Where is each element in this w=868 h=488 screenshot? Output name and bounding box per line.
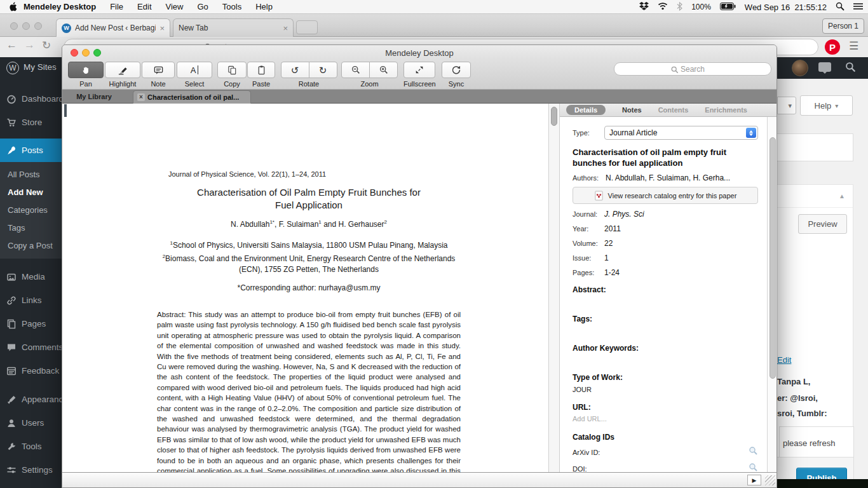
- pinterest-extension-icon[interactable]: P: [825, 39, 840, 55]
- browser-menu-icon[interactable]: ☰: [849, 39, 858, 53]
- rotate-left-button[interactable]: ↺: [281, 62, 309, 78]
- zoom-in-button[interactable]: [369, 62, 398, 78]
- publish-metabox-header[interactable]: ▲: [777, 185, 853, 208]
- new-tab-button[interactable]: [296, 20, 318, 34]
- select-button[interactable]: A: [177, 62, 212, 78]
- notification-center-icon[interactable]: [853, 3, 863, 12]
- arxiv-lookup-icon[interactable]: [749, 446, 758, 458]
- menubar-clock[interactable]: Wed Sep 16 21:55:12: [745, 3, 827, 12]
- show-panel-button[interactable]: ▶: [747, 475, 761, 485]
- collapse-icon[interactable]: ▲: [839, 193, 845, 200]
- scrollbar-thumb[interactable]: [551, 107, 557, 126]
- arxiv-label[interactable]: ArXiv ID:: [573, 449, 600, 456]
- sidebar-item-posts[interactable]: Posts: [0, 139, 62, 162]
- pages-value[interactable]: 1-24: [604, 268, 620, 277]
- sidebar-item-dashboard[interactable]: Dashboard: [0, 87, 62, 111]
- preview-button[interactable]: Preview: [798, 214, 847, 234]
- tab-my-library[interactable]: My Library: [67, 90, 121, 104]
- tab-document[interactable]: × Characterisation of oil pal...: [133, 90, 251, 104]
- wordpress-logo-icon[interactable]: W: [6, 62, 19, 74]
- volume-value[interactable]: 22: [604, 239, 613, 248]
- wp-search-icon[interactable]: [845, 62, 856, 75]
- battery-icon[interactable]: [720, 3, 736, 12]
- submenu-copy-a-post[interactable]: Copy a Post: [0, 236, 62, 254]
- details-scrollbar[interactable]: [767, 117, 777, 473]
- fullscreen-button[interactable]: [403, 62, 435, 78]
- sidebar-item-feedback[interactable]: Feedback: [0, 359, 62, 383]
- tags-label[interactable]: Tags:: [573, 315, 758, 323]
- sidebar-item-settings[interactable]: Settings: [0, 458, 62, 482]
- sidebar-item-media[interactable]: Media: [0, 265, 62, 288]
- submenu-all-posts[interactable]: All Posts: [0, 165, 62, 183]
- tab-close-icon[interactable]: ×: [137, 93, 145, 101]
- url-placeholder[interactable]: Add URL...: [573, 415, 758, 423]
- tab-close-icon[interactable]: ×: [283, 24, 288, 33]
- scrollbar-thumb[interactable]: [770, 137, 776, 379]
- tab-notes[interactable]: Notes: [622, 106, 642, 114]
- mendeley-titlebar[interactable]: Mendeley Desktop: [62, 45, 776, 60]
- browser-zoom-button[interactable]: [34, 22, 42, 30]
- back-icon[interactable]: ←: [6, 39, 17, 51]
- pan-button[interactable]: [68, 62, 104, 78]
- view-catalog-button[interactable]: View research catalog entry for this pap…: [573, 187, 758, 204]
- sync-button[interactable]: [442, 62, 471, 78]
- editor-dropdown-fragment[interactable]: ▾: [777, 97, 796, 114]
- spotlight-icon[interactable]: [836, 2, 844, 13]
- browser-close-button[interactable]: [10, 22, 18, 30]
- sidebar-item-users[interactable]: Users: [0, 411, 62, 435]
- menu-help[interactable]: Help: [255, 2, 273, 11]
- avatar[interactable]: [792, 60, 808, 76]
- menu-tools[interactable]: Tools: [222, 2, 241, 11]
- window-minimize-button[interactable]: [82, 49, 90, 57]
- sidebar-item-comments[interactable]: Comments: [0, 336, 62, 359]
- forward-icon[interactable]: →: [24, 39, 35, 51]
- menu-edit[interactable]: Edit: [137, 2, 151, 11]
- menu-go[interactable]: Go: [197, 2, 208, 11]
- menu-view[interactable]: View: [166, 2, 184, 11]
- sidebar-item-store[interactable]: Store: [0, 111, 62, 134]
- edit-link[interactable]: Edit: [777, 355, 791, 365]
- tab-contents[interactable]: Contents: [658, 106, 689, 114]
- notifications-bubble-icon[interactable]: [818, 62, 831, 72]
- wifi-icon[interactable]: [658, 2, 668, 12]
- paste-button[interactable]: [247, 62, 275, 78]
- sidebar-item-links[interactable]: Links: [0, 288, 62, 312]
- resize-grip[interactable]: [765, 475, 775, 485]
- submenu-categories[interactable]: Categories: [0, 201, 62, 219]
- sidebar-item-appearance[interactable]: Appearance: [0, 388, 62, 411]
- bluetooth-icon[interactable]: [677, 2, 682, 13]
- note-button[interactable]: [142, 62, 175, 78]
- browser-tab-newtab[interactable]: New Tab ×: [173, 18, 294, 37]
- zoom-out-button[interactable]: [341, 62, 370, 78]
- tab-details[interactable]: Details: [566, 105, 606, 115]
- browser-tab-wordpress[interactable]: W Add New Post ‹ Berbagi Tak ×: [56, 18, 170, 37]
- help-button[interactable]: Help ▾: [800, 95, 853, 116]
- copy-button[interactable]: [217, 62, 247, 78]
- keywords-label[interactable]: Author Keywords:: [573, 344, 758, 353]
- search-input[interactable]: [614, 62, 771, 76]
- year-value[interactable]: 2011: [604, 224, 621, 233]
- doi-label[interactable]: DOI:: [573, 465, 587, 473]
- browser-minimize-button[interactable]: [22, 22, 30, 30]
- dropbox-icon[interactable]: [639, 2, 649, 13]
- submenu-add-new[interactable]: Add New: [0, 183, 62, 201]
- wp-my-sites[interactable]: My Sites: [24, 62, 57, 72]
- pdf-scrollbar[interactable]: [548, 104, 560, 473]
- apple-icon[interactable]: [9, 2, 17, 11]
- tab-close-icon[interactable]: ×: [159, 24, 165, 33]
- reload-icon[interactable]: ↻: [42, 39, 51, 52]
- sidebar-item-pages[interactable]: Pages: [0, 312, 62, 336]
- window-close-button[interactable]: [71, 49, 78, 57]
- active-app-name[interactable]: Mendeley Desktop: [24, 2, 96, 11]
- tab-enrichments[interactable]: Enrichments: [705, 106, 747, 114]
- abstract-label[interactable]: Abstract:: [573, 285, 758, 294]
- type-select[interactable]: Journal Article: [604, 126, 758, 140]
- journal-value[interactable]: J. Phys. Sci: [604, 210, 644, 219]
- menu-file[interactable]: File: [110, 2, 123, 11]
- document-title[interactable]: Characterisation of oil palm empty fruit…: [573, 147, 758, 168]
- highlight-button[interactable]: [105, 62, 140, 78]
- browser-profile-button[interactable]: Person 1: [822, 18, 864, 34]
- authors-value[interactable]: N. Abdullah, F. Sulaiman, H. Gerha...: [606, 173, 730, 182]
- post-title-field[interactable]: [777, 133, 853, 161]
- sidebar-item-tools[interactable]: Tools: [0, 435, 62, 458]
